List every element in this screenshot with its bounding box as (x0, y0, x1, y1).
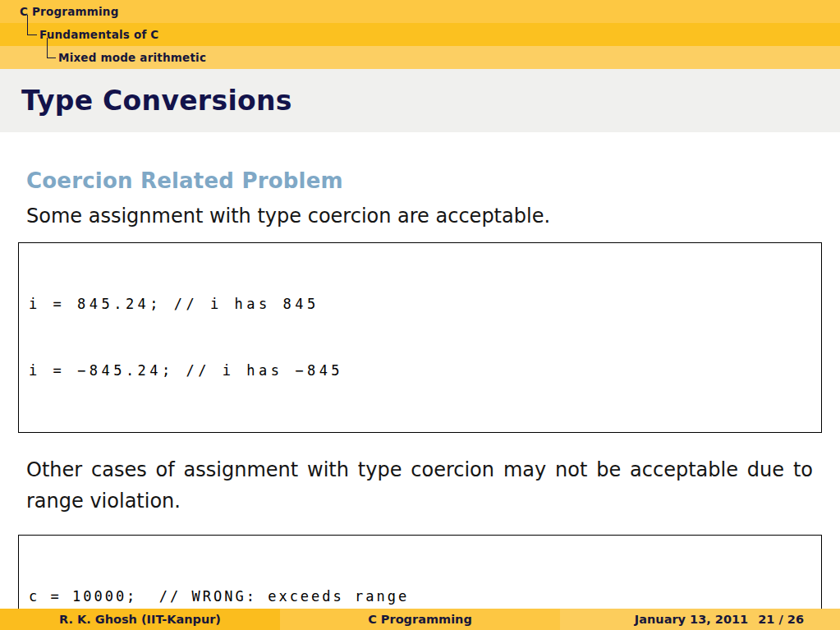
breadcrumb: C Programming Fundamentals of C Mixed mo… (0, 0, 840, 69)
footline: R. K. Ghosh (IIT-Kanpur) C Programming J… (0, 609, 840, 630)
tree-branch-icon (47, 38, 56, 58)
tree-branch-icon (27, 15, 37, 35)
code-line: c = 10000; // WRONG: exceeds range (29, 586, 816, 608)
breadcrumb-label-mixed-mode: Mixed mode arithmetic (58, 51, 206, 64)
footer-date-segment: January 13, 2011 21 / 26 (560, 609, 840, 630)
breadcrumb-level-1: C Programming (0, 0, 840, 23)
paragraph-range-violation: Other cases of assignment with type coer… (26, 454, 813, 517)
section-heading: Coercion Related Problem (26, 168, 822, 193)
code-block-acceptable: i = 845.24; // i has 845 i = −845.24; //… (18, 242, 822, 433)
breadcrumb-level-2: Fundamentals of C (0, 23, 840, 46)
paragraph-acceptable-coercion: Some assignment with type coercion are a… (26, 200, 822, 232)
frame-title: Type Conversions (21, 85, 292, 117)
footer-author: R. K. Ghosh (IIT-Kanpur) (59, 613, 221, 626)
footer-presentation-title: C Programming (368, 613, 472, 626)
slide-body: Coercion Related Problem Some assignment… (0, 168, 840, 630)
presentation-slide: C Programming Fundamentals of C Mixed mo… (0, 0, 840, 630)
code-line: i = 845.24; // i has 845 (29, 293, 816, 315)
footer-title-segment: C Programming (280, 609, 560, 630)
footer-page-number: 21 / 26 (758, 613, 804, 626)
code-line: i = −845.24; // i has −845 (29, 360, 816, 382)
frame-titlebar: Type Conversions (0, 69, 840, 132)
footer-author-segment: R. K. Ghosh (IIT-Kanpur) (0, 609, 280, 630)
breadcrumb-label-fundamentals: Fundamentals of C (39, 28, 158, 41)
breadcrumb-level-3: Mixed mode arithmetic (0, 46, 840, 69)
